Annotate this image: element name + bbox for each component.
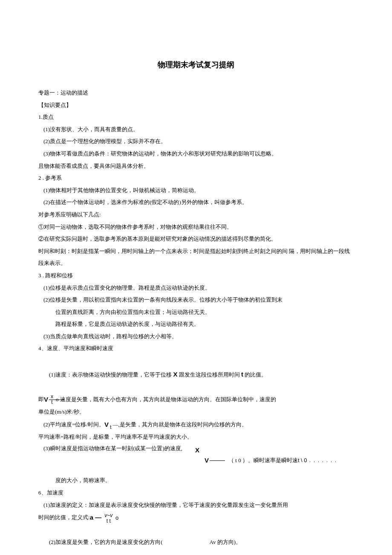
- formula-text: a — v~v t t o: [90, 511, 119, 524]
- text-line: 2 . 参考系: [38, 172, 354, 184]
- text-line: 单位是(m/s)米/秒。: [38, 406, 354, 418]
- text-span: (2)加速度是矢量，它的方向是速度变化的方向(: [49, 539, 163, 545]
- fraction: v~v t t: [104, 513, 112, 524]
- text-span: (2)平均速度=位移/时间。: [43, 419, 104, 430]
- text-span: (1)速度：表示物体运动快慢的物理量，它等于位移: [49, 371, 173, 378]
- text-line: 平均速率=路程/时间，是标量，平均速率不是平均速度的大小。: [38, 431, 354, 443]
- fraction: x t: [51, 394, 53, 405]
- text-span: o 速度是矢量，既有大小也有方向，其方向就是物体运动的方向。在国际单位制中，速度…: [56, 394, 276, 405]
- fraction-denominator: t t: [104, 518, 112, 524]
- text-line: 路程是标量，它是质点运动轨迹的长度，与运动路径有关。: [38, 318, 354, 331]
- text-line: ②在研究实际问题时，选取参考系的基本原则是能对研究对象的运动情况的描述得到尽量的…: [38, 233, 354, 245]
- text-line: (1)位移是表示质点位置变化的物理量。路程是质点运动轨迹的长度。: [38, 282, 354, 294]
- text-span: 时间的比值，定义式:: [38, 512, 90, 523]
- document-page: 物理期末考试复习提纲 专题一：运动的描述 【知识要点】 1.质点 (1)没有形状…: [0, 0, 392, 555]
- text-span: 即: [38, 394, 44, 405]
- text-line: 3 . 路程和位移: [38, 270, 354, 282]
- fraction-denominator: t: [51, 400, 53, 405]
- text-line: (3)当质点做单向直线运动时，路程与位移的大小相等。: [38, 331, 354, 343]
- text-span: (3)瞬时速度是指运动物体在某一时刻(或某一位置)的速度,: [43, 443, 182, 454]
- text-line: 1.质点: [38, 111, 354, 124]
- variable-v: V: [44, 393, 48, 406]
- text-span: Av 的方向)。: [210, 539, 242, 545]
- text-line: 专题一：运动的描述: [38, 87, 354, 99]
- text-line: 【知识要点】: [38, 99, 354, 112]
- variable-v: V: [104, 418, 109, 431]
- text-line: 位置的直线距离，方向由初位置指向末位置；与运动路径无关。: [38, 306, 354, 319]
- text-span: o: [115, 515, 118, 521]
- text-span: 跟发生这段位移所用时间: [177, 371, 241, 378]
- text-line: 6、加速度: [38, 487, 354, 499]
- text-span: （ t 0 ）。瞬时速率是瞬时速: [228, 455, 298, 466]
- text-line: (1)物体相对于其他物体的位置变化，叫做机械运动，简称运动。: [38, 184, 354, 197]
- text-line: (2)位移是矢量，用以初位置指向末位置的一条有向线段来表示。位移的大小等于物体的…: [38, 294, 354, 306]
- text-line: (2)质点是一个理想化的物理模型，实际并不存在。: [38, 135, 354, 148]
- fraction-numerator: [110, 419, 111, 425]
- fraction-bar-icon: [210, 460, 225, 461]
- variable-x: X: [173, 371, 177, 378]
- page-title: 物理期末考试复习提纲: [38, 60, 354, 70]
- formula-row: (2)平均速度=位移/时间。 V t —,是矢量，其方向就是物体在这段时间内位移…: [38, 418, 354, 431]
- text-line: 时间和时刻：时刻是指某一瞬间，用时间轴上的一个点来表示；时间是指起始时刻到终止时…: [38, 245, 354, 270]
- variable-v: V: [205, 454, 209, 467]
- text-span: t \ 0: [298, 455, 307, 466]
- text-span: —,是矢量，其方向就是物体在这段时间内位移的方向。: [112, 419, 247, 430]
- text-span: ，，，，，，，: [308, 457, 338, 464]
- variable-a: a —: [90, 514, 104, 521]
- variable-x: X: [195, 444, 199, 457]
- text-line: 对参考系应明确以下几点:: [38, 209, 354, 221]
- text-line: 度的大小，简称速率。: [38, 474, 354, 487]
- formula-row: V （ t 0 ）。瞬时速率是瞬时速 t \ 0 ，，，，，，，: [205, 454, 354, 467]
- formula-row: 即 V x t o 速度是矢量，既有大小也有方向，其方向就是物体运动的方向。在国…: [38, 393, 354, 406]
- text-span: 的比值。: [243, 371, 267, 378]
- text-line: (1)加速度的定义：加速度是表示速度变化快慢的物理量，它等于速度的变化量跟发生这…: [38, 499, 354, 512]
- formula-row: 时间的比值，定义式: a — v~v t t o: [38, 511, 354, 524]
- text-line: (2)加速度是矢量，它的方向是速度变化的方向(Av 的方向)。: [38, 524, 354, 555]
- text-line: ①对同一运动物体，选取不同的物体作参考系时，对物体的观察结果往往不同。: [38, 221, 354, 233]
- text-line: (2)在描述一个物体运动时，选来作为标准的(假定不动的)另外的物体，叫做参考系。: [38, 196, 354, 209]
- fraction: t: [110, 419, 111, 430]
- fraction-numerator: v~v: [104, 513, 112, 518]
- text-line: 且物体能否看成质点，要具体问题具体分析。: [38, 160, 354, 173]
- text-line: (1)没有形状、大小，而具有质量的点。: [38, 124, 354, 136]
- text-line: 4、速度、平均速度和瞬时速度: [38, 342, 354, 355]
- text-line: (1)速度：表示物体运动快慢的物理量，它等于位移 X 跟发生这段位移所用时间 t…: [38, 355, 354, 393]
- text-line: (3)物体可看做质点的条件：研究物体的运动时，物体的大小和形状对研究结果的影响可…: [38, 148, 354, 160]
- fraction-denominator: t: [110, 425, 111, 430]
